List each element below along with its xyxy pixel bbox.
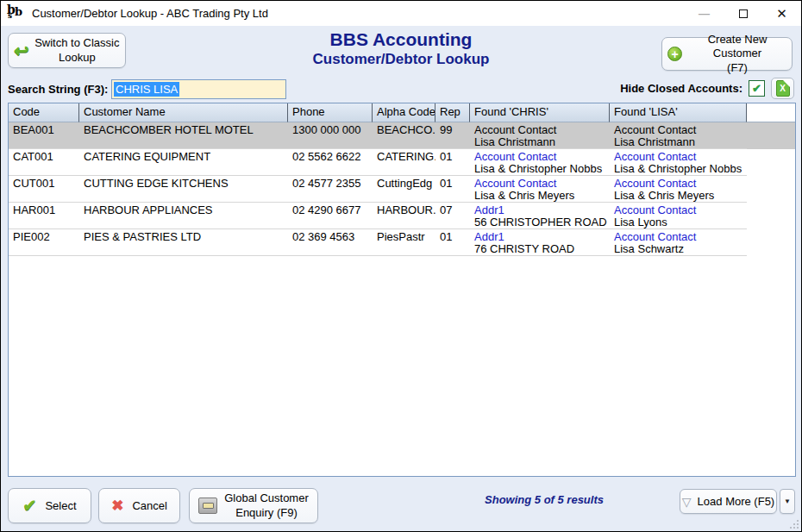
cell-rep: 01 bbox=[435, 149, 470, 176]
maximize-icon[interactable] bbox=[724, 1, 762, 26]
cell-rep: 01 bbox=[435, 229, 470, 256]
cell-found-chris: Account Contact Lisa & Christopher Nobbs bbox=[470, 149, 610, 176]
cell-phone: 02 369 4563 bbox=[288, 229, 373, 256]
account-contact-link[interactable]: Account Contact bbox=[474, 151, 610, 163]
global-customer-enquiry-button[interactable]: Global Customer Enquiry (F9) bbox=[189, 488, 318, 523]
global-button-label-line2: Enquiry (F9) bbox=[235, 506, 298, 519]
cancel-button[interactable]: ✖ Cancel bbox=[98, 488, 180, 523]
load-more-button[interactable]: ▽ Load More (F5) bbox=[680, 489, 777, 514]
cell-customer-name: BEACHCOMBER HOTEL MOTEL bbox=[79, 122, 288, 149]
create-button-label-line2: (F7) bbox=[727, 61, 748, 74]
load-more-dropdown-button[interactable]: ▼ bbox=[780, 489, 795, 514]
plus-icon: + bbox=[667, 47, 682, 61]
column-header-alpha-code[interactable]: Alpha Code bbox=[373, 103, 435, 122]
cell-alpha-code: CuttingEdg bbox=[373, 176, 435, 203]
down-triangle-icon: ▽ bbox=[682, 496, 692, 508]
switch-to-classic-lookup-button[interactable]: ↩ Switch to Classic Lookup bbox=[8, 33, 126, 68]
column-header-code[interactable]: Code bbox=[9, 103, 79, 122]
table-header-row: Code Customer Name Phone Alpha Code Rep … bbox=[9, 103, 795, 122]
global-button-label-line1: Global Customer bbox=[224, 491, 309, 504]
excel-document-icon: X bbox=[776, 80, 790, 97]
cell-customer-name: HARBOUR APPLIANCES bbox=[79, 203, 288, 229]
title-bar: b b s Customer/Debtor Lookup - ABC Tradi… bbox=[1, 1, 801, 26]
table-row[interactable]: PIE002 PIES & PASTRIES LTD 02 369 4563 P… bbox=[9, 229, 795, 256]
cell-alpha-code: PiesPastr bbox=[373, 229, 435, 256]
search-string-label: Search String (F3): bbox=[8, 83, 108, 96]
cell-code: CUT001 bbox=[9, 176, 79, 203]
cancel-button-label: Cancel bbox=[132, 499, 166, 512]
column-header-phone[interactable]: Phone bbox=[288, 103, 373, 122]
account-contact-link[interactable]: Account Contact bbox=[614, 151, 747, 163]
switch-button-label: Switch to Classic Lookup bbox=[34, 36, 120, 65]
cell-rep: 99 bbox=[435, 122, 470, 149]
cell-found-lisa: Account Contact Lisa Christmann bbox=[610, 122, 747, 149]
hide-closed-accounts-checkbox[interactable]: ✔ bbox=[749, 80, 765, 97]
cell-customer-name: CUTTING EDGE KITCHENS bbox=[79, 176, 288, 203]
account-contact-link[interactable]: Account Contact bbox=[614, 231, 747, 243]
cell-found-lisa: Account Contact Lisa Lyons bbox=[610, 203, 747, 229]
cell-phone: 02 4290 6677 bbox=[288, 203, 373, 229]
cell-found-chris: Account Contact Lisa Christmann bbox=[470, 122, 610, 149]
green-check-icon: ✔ bbox=[22, 496, 36, 516]
cell-found-chris: Account Contact Lisa & Chris Meyers bbox=[470, 176, 610, 203]
create-button-label-line1: Create New Customer bbox=[708, 33, 768, 59]
cell-alpha-code: CATERING... bbox=[373, 149, 435, 176]
addr1-link[interactable]: Addr1 bbox=[474, 231, 610, 243]
results-table: Code Customer Name Phone Alpha Code Rep … bbox=[8, 103, 796, 477]
column-header-customer-name[interactable]: Customer Name bbox=[79, 103, 288, 122]
cell-rep: 01 bbox=[435, 176, 470, 203]
table-row[interactable]: BEA001 BEACHCOMBER HOTEL MOTEL 1300 000 … bbox=[9, 122, 795, 149]
export-to-excel-button[interactable]: X bbox=[771, 78, 794, 99]
cell-found-chris: Addr1 76 CHRISTY ROAD bbox=[470, 229, 610, 256]
window-title: Customer/Debtor Lookup - ABC Trading Pty… bbox=[32, 7, 685, 20]
account-contact-link[interactable]: Account Contact bbox=[474, 178, 610, 190]
table-row[interactable]: CAT001 CATERING EQUIPMENT 02 5562 6622 C… bbox=[9, 149, 795, 176]
bbs-app-icon: b b s bbox=[7, 5, 26, 22]
column-header-rep[interactable]: Rep bbox=[435, 103, 470, 122]
column-header-filler bbox=[747, 103, 795, 122]
cell-alpha-code: BEACHCO... bbox=[373, 122, 435, 149]
load-more-button-label: Load More (F5) bbox=[698, 495, 775, 508]
account-contact-link[interactable]: Account Contact bbox=[614, 178, 747, 190]
cell-code: BEA001 bbox=[9, 122, 79, 149]
cell-phone: 1300 000 000 bbox=[288, 122, 373, 149]
table-row[interactable]: HAR001 HARBOUR APPLIANCES 02 4290 6677 H… bbox=[9, 203, 795, 229]
cell-code: HAR001 bbox=[9, 203, 79, 229]
cell-customer-name: CATERING EQUIPMENT bbox=[79, 149, 288, 176]
cell-phone: 02 5562 6622 bbox=[288, 149, 373, 176]
window-controls: — ✕ bbox=[685, 1, 801, 26]
table-row[interactable]: CUT001 CUTTING EDGE KITCHENS 02 4577 235… bbox=[9, 176, 795, 203]
hide-closed-accounts-group: Hide Closed Accounts: ✔ X bbox=[620, 78, 794, 99]
customer-debtor-lookup-window: b b s Customer/Debtor Lookup - ABC Tradi… bbox=[0, 0, 802, 532]
cell-alpha-code: HARBOUR... bbox=[373, 203, 435, 229]
results-count-status: Showing 5 of 5 results bbox=[432, 493, 656, 506]
cell-code: CAT001 bbox=[9, 149, 79, 176]
cell-phone: 02 4577 2355 bbox=[288, 176, 373, 203]
search-input-selected-text: CHRIS LISA bbox=[114, 82, 179, 97]
column-header-found-lisa[interactable]: Found 'LISA' bbox=[610, 103, 747, 122]
hide-closed-accounts-label: Hide Closed Accounts: bbox=[620, 82, 742, 95]
search-input[interactable]: CHRIS LISA bbox=[111, 79, 286, 99]
green-return-arrow-icon: ↩ bbox=[14, 41, 29, 59]
red-cross-icon: ✖ bbox=[111, 497, 123, 515]
cell-code: PIE002 bbox=[9, 229, 79, 256]
select-button-label: Select bbox=[45, 499, 76, 512]
account-contact-link[interactable]: Account Contact bbox=[614, 204, 747, 216]
close-icon[interactable]: ✕ bbox=[762, 1, 801, 26]
file-cabinet-icon bbox=[198, 498, 217, 514]
cell-customer-name: PIES & PASTRIES LTD bbox=[79, 229, 288, 256]
checkmark-icon: ✔ bbox=[752, 82, 761, 95]
cell-rep: 07 bbox=[435, 203, 470, 229]
resize-grip[interactable] bbox=[790, 520, 799, 529]
select-button[interactable]: ✔ Select bbox=[8, 488, 91, 523]
addr1-link[interactable]: Addr1 bbox=[474, 204, 610, 216]
dropdown-arrow-icon: ▼ bbox=[784, 498, 791, 505]
cell-found-lisa: Account Contact Lisa & Chris Meyers bbox=[610, 176, 747, 203]
column-header-found-chris[interactable]: Found 'CHRIS' bbox=[470, 103, 610, 122]
create-new-customer-button[interactable]: + Create New Customer (F7) bbox=[661, 37, 793, 71]
minimize-icon[interactable]: — bbox=[685, 1, 724, 26]
cell-found-lisa: Account Contact Lisa & Christopher Nobbs bbox=[610, 149, 747, 176]
cell-found-chris: Addr1 56 CHRISTOPHER ROAD bbox=[470, 203, 610, 229]
cell-found-lisa: Account Contact Lisa Schwartz bbox=[610, 229, 747, 256]
